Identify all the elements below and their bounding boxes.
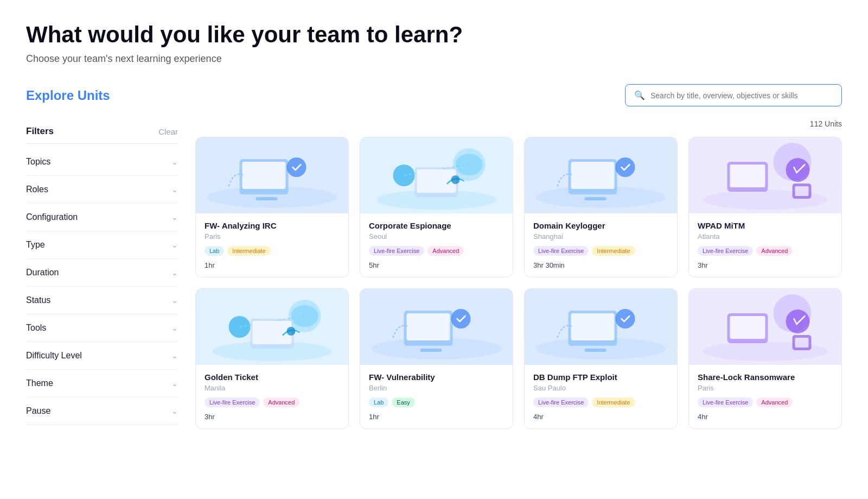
- svg-rect-48: [585, 349, 607, 352]
- card-card-8[interactable]: Share-Lock Ransomware Paris Live-fire Ex…: [688, 288, 842, 429]
- card-tags-card-6: LabEasy: [369, 397, 504, 407]
- svg-point-14: [451, 175, 460, 184]
- svg-rect-3: [242, 162, 286, 189]
- card-duration-card-7: 4hr: [533, 413, 668, 421]
- svg-rect-42: [420, 349, 442, 352]
- card-title-card-7: DB Dump FTP Exploit: [533, 372, 668, 382]
- filter-item-label-type: Type: [26, 240, 45, 250]
- card-image-card-3: [525, 137, 677, 213]
- svg-point-5: [287, 157, 307, 177]
- card-title-card-2: Corporate Espionage: [369, 221, 504, 230]
- tag-live: Live-fire Exercise: [533, 246, 589, 256]
- filter-header: Filters Clear: [26, 119, 178, 144]
- card-body-card-4: WPAD MiTM Atlanta Live-fire ExerciseAdva…: [689, 213, 841, 277]
- card-duration-card-8: 4hr: [698, 413, 833, 421]
- chevron-icon-roles: ⌄: [171, 185, 178, 194]
- filter-item-label-status: Status: [26, 295, 50, 305]
- card-duration-card-1: 1hr: [205, 261, 340, 269]
- card-card-5[interactable]: Golden Ticket Manila Live-fire ExerciseA…: [195, 288, 349, 429]
- svg-rect-18: [571, 162, 615, 189]
- page-title: What would you like your team to learn?: [26, 22, 842, 48]
- card-location-card-6: Berlin: [369, 384, 504, 392]
- svg-rect-4: [256, 197, 278, 200]
- card-body-card-7: DB Dump FTP Exploit Sau Paulo Live-fire …: [525, 365, 677, 428]
- filter-item-duration[interactable]: Duration ⌄: [26, 259, 178, 287]
- svg-point-37: [287, 327, 296, 336]
- card-duration-card-5: 3hr: [205, 413, 340, 421]
- tag-live: Live-fire Exercise: [698, 246, 753, 256]
- search-icon: 🔍: [634, 90, 645, 100]
- search-input[interactable]: [650, 91, 833, 100]
- tag-lab: Lab: [205, 246, 224, 256]
- tag-advanced: Advanced: [756, 246, 793, 256]
- filter-item-status[interactable]: Status ⌄: [26, 287, 178, 314]
- card-card-2[interactable]: Corporate Espionage Seoul Live-fire Exer…: [360, 137, 513, 277]
- card-title-card-6: FW- Vulnerability: [369, 372, 504, 382]
- cards-area: 112 Units FW- Analyzing IRC Paris LabInt…: [195, 119, 842, 429]
- tag-advanced: Advanced: [427, 246, 464, 256]
- card-location-card-5: Manila: [205, 384, 340, 392]
- main-content: Filters Clear Topics ⌄ Roles ⌄ Configura…: [26, 119, 842, 429]
- card-tags-card-1: LabIntermediate: [205, 246, 340, 256]
- explore-units-title: Explore Units: [26, 88, 110, 103]
- card-title-card-8: Share-Lock Ransomware: [698, 372, 833, 382]
- filter-item-label-difficulty: Difficulty Level: [26, 351, 82, 361]
- filter-item-tools[interactable]: Tools ⌄: [26, 314, 178, 342]
- card-tags-card-7: Live-fire ExerciseIntermediate: [533, 397, 668, 407]
- tag-lab: Lab: [369, 397, 388, 407]
- units-count: 112 Units: [195, 119, 842, 128]
- filter-items-container: Topics ⌄ Roles ⌄ Configuration ⌄ Type ⌄ …: [26, 148, 178, 425]
- card-location-card-8: Paris: [698, 384, 833, 392]
- filter-item-difficulty[interactable]: Difficulty Level ⌄: [26, 342, 178, 370]
- card-card-3[interactable]: Domain Keylogger Shanghai Live-fire Exer…: [524, 137, 678, 277]
- card-card-4[interactable]: WPAD MiTM Atlanta Live-fire ExerciseAdva…: [688, 137, 842, 277]
- tag-advanced: Advanced: [263, 397, 299, 407]
- card-body-card-5: Golden Ticket Manila Live-fire ExerciseA…: [196, 365, 348, 428]
- card-body-card-8: Share-Lock Ransomware Paris Live-fire Ex…: [689, 365, 841, 428]
- chevron-icon-difficulty: ⌄: [171, 351, 178, 360]
- card-image-card-4: [689, 137, 841, 213]
- card-body-card-6: FW- Vulnerability Berlin LabEasy 1hr: [360, 365, 513, 428]
- card-card-1[interactable]: FW- Analyzing IRC Paris LabIntermediate …: [195, 137, 349, 277]
- chevron-icon-duration: ⌄: [171, 268, 178, 277]
- card-card-7[interactable]: DB Dump FTP Exploit Sau Paulo Live-fire …: [524, 288, 678, 429]
- card-title-card-3: Domain Keylogger: [533, 221, 668, 230]
- filter-item-theme[interactable]: Theme ⌄: [26, 370, 178, 397]
- filter-item-label-tools: Tools: [26, 323, 46, 333]
- filter-item-label-pause: Pause: [26, 406, 50, 416]
- filter-clear-button[interactable]: Clear: [158, 127, 178, 136]
- card-card-6[interactable]: FW- Vulnerability Berlin LabEasy 1hr: [360, 288, 513, 429]
- sidebar: Filters Clear Topics ⌄ Roles ⌄ Configura…: [26, 119, 178, 429]
- filter-item-pause[interactable]: Pause ⌄: [26, 397, 178, 425]
- card-body-card-3: Domain Keylogger Shanghai Live-fire Exer…: [525, 213, 677, 277]
- card-tags-card-4: Live-fire ExerciseAdvanced: [698, 246, 833, 256]
- filter-item-type[interactable]: Type ⌄: [26, 231, 178, 259]
- card-image-card-1: [196, 137, 348, 213]
- svg-point-26: [786, 158, 810, 182]
- filter-item-roles[interactable]: Roles ⌄: [26, 176, 178, 204]
- card-location-card-7: Sau Paulo: [533, 384, 668, 392]
- filter-item-topics[interactable]: Topics ⌄: [26, 148, 178, 176]
- card-tags-card-3: Live-fire ExerciseIntermediate: [533, 246, 668, 256]
- chevron-icon-type: ⌄: [171, 241, 178, 249]
- chevron-icon-status: ⌄: [171, 296, 178, 305]
- tag-intermediate: Intermediate: [592, 246, 635, 256]
- card-duration-card-4: 3hr: [698, 261, 833, 269]
- card-location-card-4: Atlanta: [698, 232, 833, 241]
- card-title-card-4: WPAD MiTM: [698, 221, 833, 230]
- svg-rect-28: [795, 186, 809, 196]
- card-location-card-1: Paris: [205, 232, 340, 241]
- card-location-card-3: Shanghai: [533, 232, 668, 241]
- filter-item-label-theme: Theme: [26, 378, 53, 388]
- card-body-card-2: Corporate Espionage Seoul Live-fire Exer…: [360, 213, 513, 277]
- card-image-card-5: [196, 289, 348, 365]
- tag-easy: Easy: [392, 397, 414, 407]
- card-image-card-2: [360, 137, 513, 213]
- svg-point-55: [786, 309, 810, 333]
- filter-item-configuration[interactable]: Configuration ⌄: [26, 204, 178, 231]
- card-body-card-1: FW- Analyzing IRC Paris LabIntermediate …: [196, 213, 348, 277]
- svg-rect-47: [571, 313, 615, 340]
- filter-item-label-duration: Duration: [26, 268, 59, 277]
- filter-label: Filters: [26, 126, 54, 137]
- svg-point-20: [616, 157, 635, 177]
